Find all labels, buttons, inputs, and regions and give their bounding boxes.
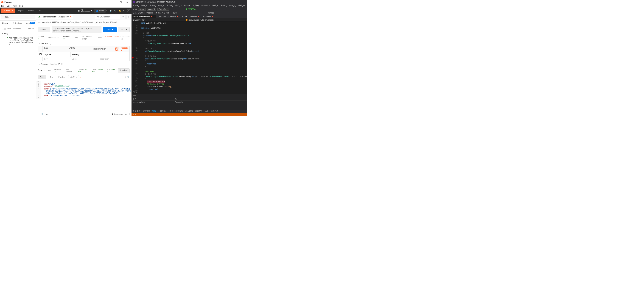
subtab-prereq[interactable]: Pre-request Script (82, 36, 94, 40)
search-icon[interactable]: 🔍 (127, 76, 130, 78)
wrap-icon[interactable]: ⟐ (80, 76, 81, 78)
open-new-icon[interactable]: ⧉▾ (37, 9, 43, 13)
header-desc-cell[interactable] (98, 52, 130, 57)
help-icon[interactable]: ? (129, 113, 130, 116)
nav-class[interactable]: 🔶 ZanLveCore.MyTokenValidator (186, 19, 214, 21)
env-settings-icon[interactable]: ⚙ (126, 14, 131, 19)
btab-autos[interactable]: 自动窗口 (133, 110, 140, 112)
vs-menu-svn[interactable]: VisualSVN (201, 4, 210, 6)
raw-button[interactable]: Raw (48, 75, 55, 79)
invite-button[interactable]: 👤Invite (94, 9, 106, 12)
vs-menu-help[interactable]: 帮助(H) (238, 4, 245, 7)
history-item[interactable]: GEThttp://localhost:54410/api/Common/Dat… (0, 36, 36, 46)
console-icon[interactable]: ▣ (46, 113, 48, 116)
editor-tab-commoncontroller[interactable]: CommonController.cs📌 (156, 15, 180, 18)
wrench-icon[interactable]: 🔧 (114, 10, 116, 12)
tab-history[interactable]: History (0, 20, 10, 26)
vs-code-editor[interactable]: 789101112 1314 1516 171819202122 2324252… (132, 22, 247, 91)
btab-callstack[interactable]: 调用堆栈 (160, 110, 167, 112)
header-row-checkbox[interactable] (40, 53, 42, 55)
pretty-button[interactable]: Pretty (38, 75, 46, 79)
code-link[interactable]: Code (114, 36, 118, 40)
environment-selector[interactable]: No Environment (95, 14, 120, 19)
maximize-icon[interactable]: ☐ (118, 1, 124, 3)
subtab-auth[interactable]: Authorization (48, 37, 59, 39)
sync-icon[interactable]: ⟳ (106, 10, 107, 12)
process-selector[interactable]: [24260] dotnet.exe (138, 12, 153, 14)
bulk-edit-button[interactable]: Bulk Edit (115, 47, 119, 51)
vs-menu-file[interactable]: 文件(F) (133, 4, 139, 7)
menu-view[interactable]: View (12, 5, 17, 7)
subtab-params[interactable]: Params ● (38, 36, 44, 40)
satellite-icon[interactable]: 📡 (110, 10, 112, 12)
vs-menu-tools[interactable]: 工具(T) (192, 4, 199, 7)
resp-tab-headers[interactable]: Headers (6) (54, 68, 64, 73)
bootcamp-button[interactable]: 🎓 Bootcamp (111, 113, 123, 116)
header-desc-placeholder[interactable]: Description (98, 57, 130, 61)
btab-errors[interactable]: 错误列表 (211, 110, 218, 112)
new-button[interactable]: ＋New▾ (1, 8, 15, 13)
editor-tab-startup[interactable]: Startup.cs📌 (201, 15, 215, 18)
header-value-cell[interactable]: abcdefg (71, 52, 98, 57)
vs-menu-project[interactable]: 项目(P) (158, 4, 164, 7)
headers-section-title[interactable]: ▾ Headers (1) (36, 41, 132, 46)
menu-help[interactable]: Help (19, 5, 23, 7)
subtab-tests[interactable]: Tests (97, 37, 102, 39)
btab-command[interactable]: 命令窗口 (185, 110, 193, 112)
project-selector[interactable]: ZanLveCore (158, 8, 169, 10)
config-selector[interactable]: Debug (138, 8, 146, 10)
preview-button[interactable]: Preview (56, 75, 67, 79)
clear-all-button[interactable]: Clear all (27, 28, 34, 30)
lifecycle-selector[interactable]: ▣ 生命周期事件 ▾ (156, 12, 171, 14)
resp-tab-tests[interactable]: Test Results (66, 68, 76, 73)
save-button[interactable]: Save ▾ (118, 27, 130, 32)
bell-icon[interactable]: 🔔 (118, 10, 121, 12)
new-tab-button[interactable]: ＋ (73, 14, 79, 19)
header-value-placeholder[interactable]: Value (70, 57, 98, 61)
menu-file[interactable]: File (1, 5, 4, 7)
resp-tab-body[interactable]: Body (38, 69, 42, 72)
sidebar-toggle-icon[interactable]: ▢ (38, 113, 39, 116)
btab-output[interactable]: 输出 (205, 110, 208, 112)
tab-apis[interactable]: APIsBETA (24, 20, 37, 26)
workspace-selector[interactable]: ▦My Workspace▾ (78, 8, 92, 13)
resp-tab-cookies[interactable]: Cookies (44, 70, 51, 72)
heart-icon[interactable]: ♥ (123, 10, 124, 12)
vs-menu-debug[interactable]: 调试(D) (175, 4, 182, 7)
copy-icon[interactable]: ⎘ (124, 76, 126, 78)
save-responses-toggle[interactable] (2, 28, 6, 30)
subtab-body[interactable]: Body (74, 37, 78, 39)
import-button[interactable]: Import (16, 9, 26, 13)
response-body[interactable]: 1 ▾{ 2 "code": "OK!", 3 "message": "查询结果… (36, 80, 132, 112)
download-button[interactable]: Download (118, 68, 130, 73)
zoom-indicator[interactable]: 79 % ▾ (132, 91, 247, 94)
btab-immediate[interactable]: 即时窗口 (195, 110, 202, 112)
platform-selector[interactable]: Any CPU (147, 8, 156, 10)
signin-button[interactable]: Sign In (126, 8, 130, 13)
runner-button[interactable]: Runner (26, 9, 36, 13)
subtab-headers[interactable]: Headers (8) (63, 36, 70, 40)
url-input[interactable]: http://localhost:54410/api/Common/Data_R… (52, 26, 102, 33)
vs-menu-test[interactable]: 测试(S) (212, 4, 218, 7)
editor-tab-mytokenvalidator[interactable]: MyTokenValidator.cs📌✕ (132, 15, 156, 18)
tab-options-button[interactable]: ⋯ (79, 14, 84, 19)
btab-watch[interactable]: 监视 1 (152, 110, 158, 112)
env-quicklook-icon[interactable]: 👁 (121, 14, 126, 19)
layout-icon[interactable]: ▦ (125, 113, 127, 116)
vs-menu-window[interactable]: 窗口(W) (229, 4, 236, 7)
editor-tab-homecontroller[interactable]: HomeController.cs📌 (180, 15, 201, 18)
nav-project[interactable]: ▣ ZanLveCore (133, 19, 146, 21)
temporary-headers-toggle[interactable]: ▸ Temporary Headers (7) ⓘ (36, 61, 132, 67)
vs-menu-analyze[interactable]: 分析(N) (221, 4, 227, 7)
breakpoint-icon[interactable] (132, 57, 134, 58)
send-button[interactable]: Send ▾ (103, 27, 117, 32)
nav-fwd-icon[interactable]: ▶ (136, 8, 137, 10)
menu-edit[interactable]: Edit (7, 5, 10, 7)
request-tab[interactable]: GET http://localhost:54410/api/Comn (36, 14, 73, 19)
nav-back-icon[interactable]: ◀ (133, 8, 134, 10)
presets-button[interactable]: Presets ▾ (121, 47, 128, 51)
minimize-icon[interactable]: — (111, 1, 118, 3)
vs-menu-team[interactable]: 团队(M) (184, 4, 190, 7)
cookies-link[interactable]: Cookies (106, 36, 112, 40)
btab-exceptions[interactable]: 异常设置 (176, 110, 183, 112)
